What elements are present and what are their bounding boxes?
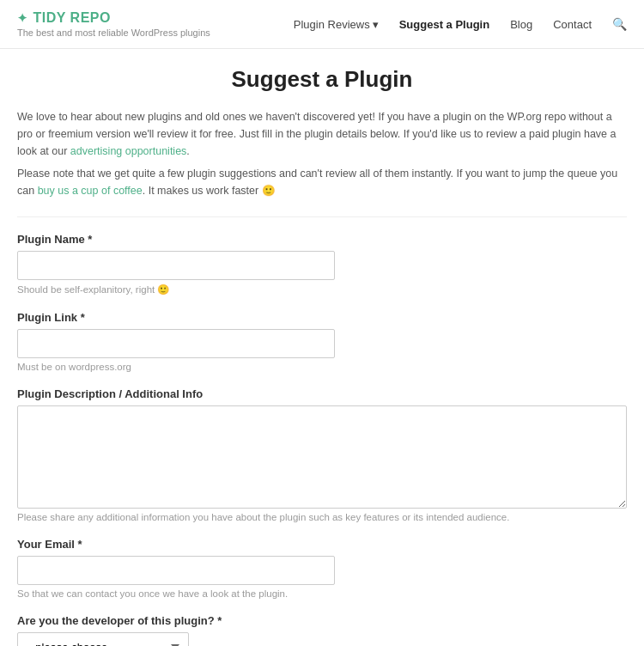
page-title: Suggest a Plugin	[17, 66, 627, 93]
plugin-description-hint: Please share any additional information …	[17, 512, 627, 522]
plugin-link-hint: Must be on wordpress.org	[17, 362, 627, 372]
logo-area: ✦ TIDY REPO The best and most reliable W…	[17, 10, 210, 38]
plugin-link-group: Plugin Link * Must be on wordpress.org	[17, 311, 627, 372]
advertising-link[interactable]: advertising opportunities	[70, 145, 187, 157]
nav-suggest-plugin[interactable]: Suggest a Plugin	[399, 18, 489, 31]
intro-paragraph-2: Please note that we get quite a few plug…	[17, 165, 627, 199]
main-nav: Plugin Reviews ▾ Suggest a Plugin Blog C…	[294, 17, 627, 31]
logo-subtitle: The best and most reliable WordPress plu…	[17, 27, 210, 38]
plugin-description-label: Plugin Description / Additional Info	[17, 387, 627, 400]
email-group: Your Email * So that we can contact you …	[17, 538, 627, 599]
intro-paragraph-1: We love to hear about new plugins and ol…	[17, 108, 627, 160]
plugin-name-label: Plugin Name *	[17, 233, 627, 246]
section-divider	[17, 216, 627, 217]
plugin-name-input[interactable]	[17, 251, 335, 280]
logo-text: TIDY REPO	[33, 10, 111, 26]
developer-label: Are you the developer of this plugin? *	[17, 614, 627, 627]
plugin-link-input[interactable]	[17, 329, 335, 358]
nav-contact[interactable]: Contact	[553, 18, 592, 31]
email-label: Your Email *	[17, 538, 627, 551]
chevron-down-icon: ▾	[373, 18, 379, 31]
email-hint: So that we can contact you once we have …	[17, 588, 627, 599]
logo-title: ✦ TIDY REPO	[17, 10, 210, 26]
coffee-link[interactable]: buy us a cup of coffee	[38, 185, 143, 197]
search-icon[interactable]: 🔍	[612, 17, 627, 31]
plugin-name-hint: Should be self-explanitory, right 🙂	[17, 283, 627, 296]
site-header: ✦ TIDY REPO The best and most reliable W…	[0, 0, 644, 49]
developer-group: Are you the developer of this plugin? * …	[17, 614, 627, 646]
email-input[interactable]	[17, 556, 335, 585]
plugin-description-group: Plugin Description / Additional Info Ple…	[17, 387, 627, 522]
main-content: Suggest a Plugin We love to hear about n…	[0, 49, 644, 646]
suggest-plugin-form: Plugin Name * Should be self-explanitory…	[17, 233, 627, 646]
plugin-link-label: Plugin Link *	[17, 311, 627, 324]
plugin-description-input[interactable]	[17, 405, 627, 509]
nav-plugin-reviews[interactable]: Plugin Reviews ▾	[294, 18, 379, 31]
logo-icon: ✦	[17, 11, 28, 25]
plugin-name-group: Plugin Name * Should be self-explanitory…	[17, 233, 627, 296]
nav-blog[interactable]: Blog	[510, 18, 532, 31]
developer-select[interactable]: -- please choose -- Yes No	[17, 632, 189, 646]
